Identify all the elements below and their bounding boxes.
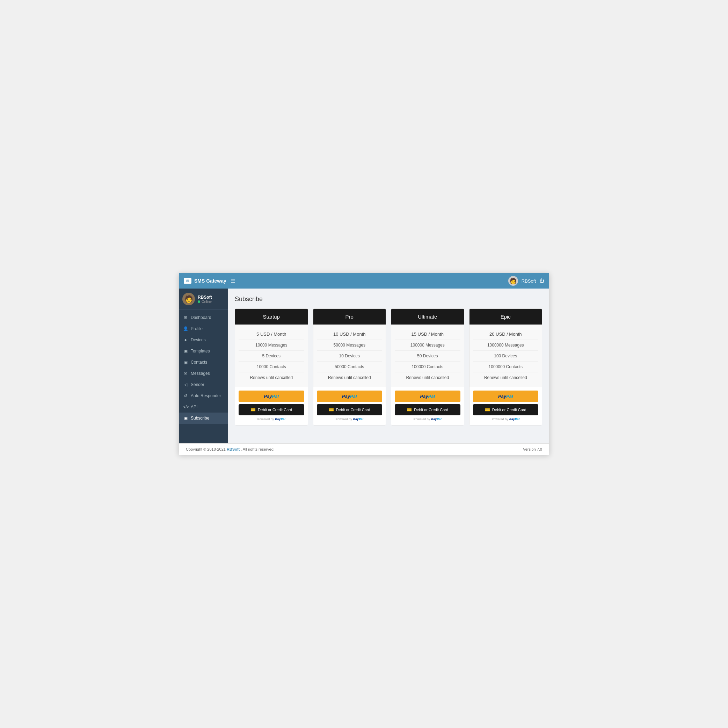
card-label: Debit or Credit Card bbox=[336, 408, 370, 412]
card-icon: 💳 bbox=[407, 407, 412, 412]
plan-header-startup: Startup bbox=[235, 309, 308, 324]
header-right: 🧑 RBSoft ⏻ bbox=[508, 276, 544, 286]
card-button-pro[interactable]: 💳 Debit or Credit Card bbox=[317, 404, 382, 415]
sidebar-item-label: Messages bbox=[191, 371, 210, 376]
powered-by-pro: Powered by PayPal bbox=[317, 418, 382, 421]
sidebar-item-label: Contacts bbox=[191, 360, 207, 365]
sidebar-item-devices[interactable]: ● Devices bbox=[179, 334, 228, 346]
card-button-ultimate[interactable]: 💳 Debit or Credit Card bbox=[395, 404, 460, 415]
plan-actions-epic: PayPal 💳 Debit or Credit Card Powered by… bbox=[470, 387, 542, 425]
sidebar-item-autoresponder[interactable]: ↺ Auto Responder bbox=[179, 390, 228, 401]
paypal-button-ultimate[interactable]: PayPal bbox=[395, 390, 460, 402]
dashboard-icon: ⊞ bbox=[183, 315, 188, 320]
powered-by-startup: Powered by PayPal bbox=[239, 418, 304, 421]
plan-actions-ultimate: PayPal 💳 Debit or Credit Card Powered by… bbox=[391, 387, 464, 425]
sidebar-item-label: Profile bbox=[191, 326, 203, 331]
sidebar-item-label: API bbox=[191, 405, 197, 410]
logout-icon[interactable]: ⏻ bbox=[539, 278, 544, 284]
plan-card-ultimate: Ultimate 15 USD / Month 100000 Messages … bbox=[391, 309, 464, 425]
main-layout: 🧑 RBSoft Online ⊞ Dashboard 👤 Profile bbox=[179, 289, 549, 443]
content-area: Subscribe Startup 5 USD / Month 10000 Me… bbox=[228, 289, 549, 443]
copyright-text: Copyright © 2018-2021 RBSoft . All right… bbox=[186, 447, 275, 451]
sidebar-username: RBSoft bbox=[198, 295, 212, 300]
header-left: SMS Gateway ☰ bbox=[184, 278, 236, 284]
contacts-icon: ▣ bbox=[183, 360, 188, 365]
paypal-logo: PayPal bbox=[498, 394, 513, 399]
sidebar-item-label: Devices bbox=[191, 338, 206, 343]
card-icon: 💳 bbox=[251, 407, 256, 412]
card-button-epic[interactable]: 💳 Debit or Credit Card bbox=[473, 404, 539, 415]
plan-renew-epic: Renews until cancelled bbox=[473, 372, 539, 383]
sidebar-item-dashboard[interactable]: ⊞ Dashboard bbox=[179, 312, 228, 323]
sidebar-item-label: Dashboard bbox=[191, 315, 211, 320]
card-button-startup[interactable]: 💳 Debit or Credit Card bbox=[239, 404, 304, 415]
footer-brand: RBSoft bbox=[227, 447, 240, 451]
plan-messages-ultimate: 100000 Messages bbox=[395, 340, 460, 351]
menu-toggle-icon[interactable]: ☰ bbox=[231, 278, 236, 284]
plan-renew-pro: Renews until cancelled bbox=[317, 372, 382, 383]
plan-card-pro: Pro 10 USD / Month 50000 Messages 10 Dev… bbox=[313, 309, 386, 425]
plans-grid: Startup 5 USD / Month 10000 Messages 5 D… bbox=[235, 309, 542, 425]
profile-icon: 👤 bbox=[183, 326, 188, 331]
plan-body-ultimate: 15 USD / Month 100000 Messages 50 Device… bbox=[391, 324, 464, 387]
sidebar-item-templates[interactable]: ▣ Templates bbox=[179, 346, 228, 357]
autoresponder-icon: ↺ bbox=[183, 393, 188, 398]
plan-contacts-startup: 10000 Contacts bbox=[239, 362, 304, 372]
card-label: Debit or Credit Card bbox=[492, 408, 526, 412]
devices-icon: ● bbox=[183, 338, 188, 343]
plan-price-startup: 5 USD / Month bbox=[239, 329, 304, 340]
plan-price-epic: 20 USD / Month bbox=[473, 329, 539, 340]
sidebar-item-label: Templates bbox=[191, 349, 210, 353]
plan-devices-startup: 5 Devices bbox=[239, 351, 304, 362]
plan-messages-startup: 10000 Messages bbox=[239, 340, 304, 351]
sidebar-item-messages[interactable]: ✉ Messages bbox=[179, 368, 228, 379]
plan-header-ultimate: Ultimate bbox=[391, 309, 464, 324]
footer: Copyright © 2018-2021 RBSoft . All right… bbox=[179, 443, 549, 455]
header-username: RBSoft bbox=[522, 278, 536, 284]
version-text: Version 7.0 bbox=[523, 447, 542, 451]
plan-devices-ultimate: 50 Devices bbox=[395, 351, 460, 362]
page-title: Subscribe bbox=[235, 295, 542, 303]
subscribe-icon: ▣ bbox=[183, 416, 188, 421]
sidebar-item-label: Sender bbox=[191, 382, 204, 387]
sidebar-item-api[interactable]: </> API bbox=[179, 401, 228, 413]
powered-by-epic: Powered by PayPal bbox=[473, 418, 539, 421]
plan-devices-epic: 100 Devices bbox=[473, 351, 539, 362]
header: SMS Gateway ☰ 🧑 RBSoft ⏻ bbox=[179, 273, 549, 289]
card-label: Debit or Credit Card bbox=[414, 408, 448, 412]
sidebar-item-label: Subscribe bbox=[191, 416, 209, 421]
plan-devices-pro: 10 Devices bbox=[317, 351, 382, 362]
app-title: SMS Gateway bbox=[194, 278, 226, 284]
plan-actions-pro: PayPal 💳 Debit or Credit Card Powered by… bbox=[314, 387, 386, 425]
plan-header-epic: Epic bbox=[470, 309, 542, 324]
sidebar-item-label: Auto Responder bbox=[191, 393, 221, 398]
plan-messages-epic: 1000000 Messages bbox=[473, 340, 539, 351]
plan-price-ultimate: 15 USD / Month bbox=[395, 329, 460, 340]
plan-contacts-pro: 50000 Contacts bbox=[317, 362, 382, 372]
card-icon: 💳 bbox=[485, 407, 490, 412]
plan-card-epic: Epic 20 USD / Month 1000000 Messages 100… bbox=[469, 309, 543, 425]
paypal-logo: PayPal bbox=[264, 394, 279, 399]
sender-icon: ◁ bbox=[183, 382, 188, 387]
plan-renew-startup: Renews until cancelled bbox=[239, 372, 304, 383]
paypal-logo: PayPal bbox=[420, 394, 435, 399]
sidebar-item-profile[interactable]: 👤 Profile bbox=[179, 323, 228, 334]
plan-messages-pro: 50000 Messages bbox=[317, 340, 382, 351]
templates-icon: ▣ bbox=[183, 349, 188, 353]
paypal-logo: PayPal bbox=[342, 394, 357, 399]
plan-contacts-ultimate: 100000 Contacts bbox=[395, 362, 460, 372]
messages-icon: ✉ bbox=[183, 371, 188, 376]
plan-actions-startup: PayPal 💳 Debit or Credit Card Powered by… bbox=[235, 387, 308, 425]
paypal-button-startup[interactable]: PayPal bbox=[239, 390, 304, 402]
app-container: SMS Gateway ☰ 🧑 RBSoft ⏻ 🧑 RBSoft Online bbox=[179, 273, 549, 455]
sidebar-item-sender[interactable]: ◁ Sender bbox=[179, 379, 228, 390]
sidebar-item-contacts[interactable]: ▣ Contacts bbox=[179, 357, 228, 368]
paypal-button-epic[interactable]: PayPal bbox=[473, 390, 539, 402]
paypal-button-pro[interactable]: PayPal bbox=[317, 390, 382, 402]
plan-contacts-epic: 1000000 Contacts bbox=[473, 362, 539, 372]
plan-price-pro: 10 USD / Month bbox=[317, 329, 382, 340]
header-avatar: 🧑 bbox=[508, 276, 518, 286]
sidebar-item-subscribe[interactable]: ▣ Subscribe bbox=[179, 413, 228, 424]
sidebar-nav: ⊞ Dashboard 👤 Profile ● Devices ▣ Templa… bbox=[179, 310, 228, 426]
avatar: 🧑 bbox=[182, 293, 195, 305]
